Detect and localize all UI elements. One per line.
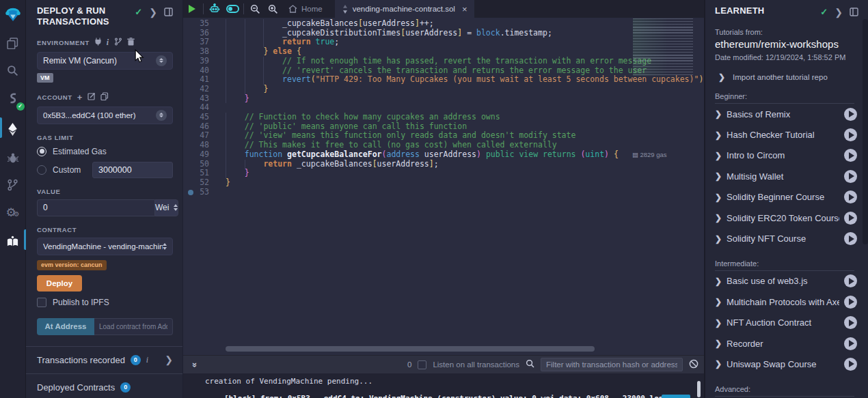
transactions-count-badge: 0 — [131, 355, 141, 365]
code-editor[interactable]: 35 _cupcakeBalances[userAddress]++;36 _c… — [183, 18, 704, 355]
play-tutorial-button[interactable] — [844, 337, 857, 350]
solidity-compiler-icon[interactable]: ✓ — [0, 89, 26, 109]
value-unit-select[interactable]: Wei — [154, 199, 178, 216]
tutorial-section-label: Intermediate: — [715, 259, 854, 271]
custom-gas-radio[interactable] — [37, 165, 46, 175]
editor-minimap[interactable] — [633, 18, 693, 76]
terminal-scrollbar[interactable] — [697, 381, 701, 397]
account-select[interactable]: 0x5B3...eddC4 (100 ether) — [37, 106, 173, 124]
play-tutorial-button[interactable] — [844, 108, 857, 121]
panel-expand-icon[interactable]: ❯ — [835, 8, 843, 17]
copy-account-icon[interactable] — [100, 92, 109, 102]
deployed-contracts-label: Deployed Contracts — [37, 382, 115, 393]
tutorial-item[interactable]: ❯Basic use of web3.js — [715, 271, 857, 292]
terminal-toolbar: « 0 Listen on all transactions — [183, 355, 704, 373]
tutorial-item[interactable]: ❯Recorder — [715, 333, 857, 354]
sign-message-icon[interactable] — [87, 92, 96, 102]
zoom-out-icon[interactable] — [246, 0, 264, 18]
learneth-title: LEARNETH — [715, 5, 764, 16]
tutorial-item[interactable]: ❯Solidity ERC20 Token Course — [715, 208, 857, 228]
deployed-contracts-section[interactable]: Deployed Contracts 0 — [26, 373, 182, 398]
value-label: VALUE — [37, 188, 61, 195]
tutorial-item[interactable]: ❯Hash Checker Tutorial — [715, 124, 857, 145]
tutorial-item[interactable]: ❯Solidity NFT Course — [715, 228, 857, 248]
copilot-toggle[interactable] — [223, 0, 241, 18]
tutorial-item[interactable]: ❯Intro to Circom — [715, 145, 857, 166]
custom-gas-input[interactable] — [92, 162, 173, 178]
deploy-button[interactable]: Deploy — [37, 275, 82, 292]
value-input[interactable] — [37, 199, 154, 216]
tutorial-item[interactable]: ❯Basics of Remix — [715, 104, 857, 124]
play-tutorial-button[interactable] — [844, 232, 857, 245]
expand-terminal-icon[interactable]: « — [189, 360, 199, 369]
plug-icon[interactable] — [94, 38, 102, 47]
transactions-info-icon[interactable]: i — [146, 355, 148, 365]
plugin-settings-icon[interactable]: ⚙⚙ — [0, 203, 26, 221]
tutorial-item[interactable]: ❯Multichain Protocols with Axelar — [715, 292, 857, 312]
tutorial-item[interactable]: ❯Uniswap Swap Course — [715, 354, 857, 374]
import-tutorial-repo[interactable]: ❯ Import another tutorial repo — [715, 72, 863, 82]
tutorial-item[interactable]: ❯Multisig Wallet — [715, 166, 857, 186]
play-tutorial-button[interactable] — [844, 170, 857, 183]
chevron-right-icon: ❯ — [715, 151, 722, 160]
transactions-expand-icon[interactable]: ❯ — [165, 355, 173, 365]
remix-ide-window: ✓ ⚙⚙ DEPLOY & RUN TRANSACTIONS ✓ — [0, 0, 868, 398]
play-tutorial-button[interactable] — [844, 274, 857, 287]
tab-vending-machine-contract[interactable]: vending-machine-contract.sol × — [335, 0, 474, 18]
learneth-scrollbar[interactable] — [863, 19, 868, 244]
remix-logo[interactable] — [0, 4, 26, 25]
solidity-file-icon — [342, 5, 349, 14]
editor-horizontal-scrollbar[interactable] — [226, 346, 595, 352]
play-tutorial-button[interactable] — [844, 128, 857, 141]
tutorial-item[interactable]: ❯Solidity Beginner Course — [715, 187, 857, 208]
terminal-output[interactable]: creation of VendingMachine pending... [b… — [183, 373, 704, 398]
play-tutorial-button[interactable] — [844, 316, 857, 329]
git-icon[interactable] — [0, 176, 26, 194]
run-script-button[interactable] — [183, 0, 201, 18]
estimated-gas-radio[interactable] — [37, 147, 46, 156]
transactions-recorded-section[interactable]: Transactions recorded 0 i ❯ — [26, 346, 182, 373]
clear-console-icon[interactable] — [689, 359, 699, 371]
environment-select[interactable]: Remix VM (Cancun) — [37, 52, 173, 70]
play-tutorial-button[interactable] — [844, 212, 857, 225]
tutorial-name: Uniswap Swap Course — [727, 359, 839, 369]
pin-panel-icon[interactable] — [164, 8, 173, 16]
terminal-filter-input[interactable] — [541, 358, 683, 371]
close-tab-icon[interactable]: × — [462, 4, 467, 14]
play-tutorial-button[interactable] — [844, 149, 857, 162]
panel-expand-icon[interactable]: ❯ — [149, 8, 157, 17]
environment-info-icon[interactable]: i — [107, 38, 109, 48]
learneth-book-icon[interactable] — [0, 231, 26, 251]
at-address-button[interactable]: At Address — [37, 318, 94, 335]
chevron-right-icon: ❯ — [715, 213, 722, 223]
publish-ipfs-checkbox[interactable] — [37, 298, 46, 307]
code-line: 51 } — [183, 169, 704, 178]
add-account-icon[interactable]: + — [77, 92, 83, 102]
zoom-in-icon[interactable] — [264, 0, 282, 18]
account-value: 0x5B3...eddC4 (100 ether) — [43, 111, 156, 119]
debug-button-partial[interactable] — [662, 395, 690, 398]
listen-transactions-checkbox[interactable] — [418, 360, 426, 369]
editor-toolbar-tabbar: Home vending-machine-contract.sol × — [183, 0, 704, 18]
terminal-log-line: creation of VendingMachine pending... — [183, 373, 704, 386]
debugger-icon[interactable] — [0, 149, 26, 167]
fork-state-icon[interactable] — [114, 38, 122, 47]
search-icon[interactable] — [0, 61, 26, 79]
play-tutorial-button[interactable] — [844, 296, 857, 309]
gas-limit-label: GAS LIMIT — [37, 134, 73, 141]
learneth-panel: LEARNETH ✓ ❯ Tutorials from: ethereum/re… — [704, 0, 868, 398]
at-address-input[interactable] — [94, 318, 173, 335]
tutorial-item[interactable]: ❯NFT Auction Contract — [715, 313, 857, 333]
contract-select[interactable]: VendingMachine - vending-machin — [37, 238, 173, 255]
play-tutorial-button[interactable] — [844, 190, 857, 203]
file-explorer-icon[interactable] — [0, 34, 26, 52]
tab-home[interactable]: Home — [282, 0, 329, 18]
breakpoint-dot[interactable] — [188, 190, 193, 195]
pin-panel-icon[interactable] — [850, 8, 858, 16]
play-tutorial-button[interactable] — [844, 358, 857, 371]
contract-carets-icon — [163, 243, 167, 250]
delete-environment-icon[interactable] — [127, 38, 135, 47]
code-line: 44 — [183, 103, 704, 113]
ai-copilot-icon[interactable] — [206, 0, 223, 18]
deploy-run-icon[interactable] — [0, 119, 26, 139]
